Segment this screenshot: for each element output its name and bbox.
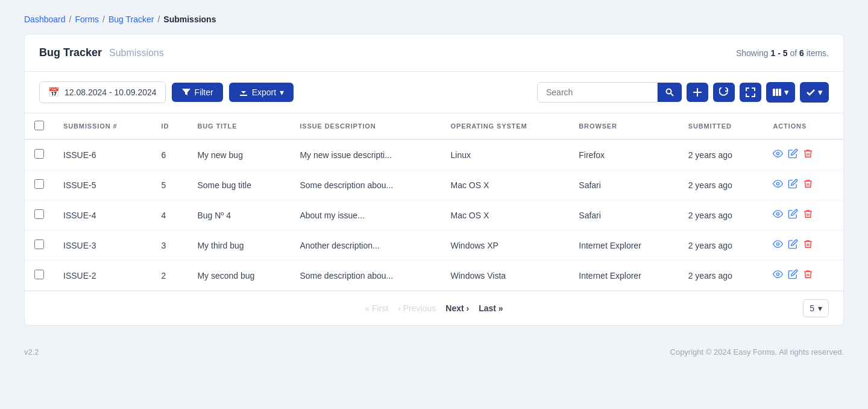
confirm-button[interactable]: ▾: [800, 82, 829, 103]
meta-range: 1 - 5: [770, 48, 787, 58]
table-row: ISSUE-6 6 My new bug My new issue descri…: [25, 139, 843, 170]
breadcrumb-current: Submissions: [163, 14, 216, 24]
pagination-next[interactable]: Next ›: [442, 301, 473, 315]
per-page-value: 5: [810, 303, 814, 313]
row-submission: ISSUE-2: [54, 261, 152, 291]
svg-point-6: [777, 182, 779, 185]
delete-button-3[interactable]: [803, 239, 813, 252]
export-button[interactable]: Export ▾: [229, 83, 294, 102]
row-bug-title: My new bug: [187, 139, 290, 170]
row-checkbox-cell: [25, 261, 54, 291]
row-os: Linux: [441, 139, 570, 170]
meta-of: of: [790, 48, 797, 58]
row-os: Mac OS X: [441, 170, 570, 200]
card-header: Bug Tracker Submissions Showing 1 - 5 of…: [25, 34, 843, 72]
view-button-0[interactable]: [773, 148, 783, 161]
table-wrapper: SUBMISSION # ID BUG TITLE ISSUE DESCRIPT…: [25, 113, 843, 291]
filter-label: Filter: [195, 87, 213, 97]
pagination-first[interactable]: « First: [361, 301, 392, 315]
row-issue-description: Another description...: [290, 230, 441, 261]
card-header-left: Bug Tracker Submissions: [39, 46, 164, 59]
row-checkbox-2[interactable]: [34, 209, 44, 219]
row-submitted: 2 years ago: [679, 170, 764, 200]
delete-button-0[interactable]: [803, 148, 813, 161]
breadcrumb-dashboard[interactable]: Dashboard: [24, 14, 66, 24]
svg-point-9: [777, 273, 779, 275]
row-submission: ISSUE-6: [54, 139, 152, 170]
refresh-icon: [719, 87, 729, 97]
row-checkbox-4[interactable]: [34, 270, 44, 279]
view-button-4[interactable]: [773, 269, 783, 282]
expand-button[interactable]: [740, 83, 761, 102]
pagination-prev[interactable]: ‹ Previous: [394, 301, 439, 315]
breadcrumb-forms[interactable]: Forms: [75, 14, 99, 24]
meta-total: 6: [799, 48, 804, 58]
submissions-table: SUBMISSION # ID BUG TITLE ISSUE DESCRIPT…: [25, 113, 843, 291]
calendar-icon: 📅: [48, 87, 60, 98]
export-icon: [239, 87, 248, 97]
row-checkbox-1[interactable]: [34, 179, 44, 189]
breadcrumb-bugtracker[interactable]: Bug Tracker: [108, 14, 154, 24]
breadcrumb-sep-2: /: [102, 14, 105, 24]
edit-button-2[interactable]: [788, 209, 798, 221]
version: v2.2: [24, 347, 39, 357]
card-subtitle: Submissions: [109, 48, 164, 59]
row-os: Mac OS X: [441, 200, 570, 230]
toolbar-left: 📅 12.08.2024 - 10.09.2024 Filter Export: [39, 81, 294, 103]
svg-rect-2: [773, 89, 775, 96]
row-actions: [763, 170, 843, 200]
edit-button-0[interactable]: [788, 148, 798, 161]
row-bug-title: My second bug: [187, 261, 290, 291]
view-button-1[interactable]: [773, 179, 783, 191]
plus-icon: [693, 87, 702, 97]
th-submission: SUBMISSION #: [54, 113, 152, 139]
pagination-links: « First ‹ Previous Next › Last »: [361, 301, 506, 315]
row-bug-title: Some bug title: [187, 170, 290, 200]
search-input[interactable]: [537, 82, 658, 103]
edit-button-1[interactable]: [788, 179, 798, 191]
per-page-chevron: ▾: [818, 303, 822, 313]
row-id: 2: [152, 261, 188, 291]
pagination-bar: « First ‹ Previous Next › Last » 5 ▾: [25, 291, 843, 325]
edit-button-4[interactable]: [788, 269, 798, 282]
table-row: ISSUE-2 2 My second bug Some description…: [25, 261, 843, 291]
columns-button[interactable]: ▾: [766, 82, 795, 103]
select-all-checkbox[interactable]: [34, 121, 44, 130]
action-buttons-4: [773, 269, 834, 282]
check-icon: [806, 87, 816, 97]
row-submitted: 2 years ago: [679, 230, 764, 261]
filter-button[interactable]: Filter: [172, 83, 223, 102]
svg-point-5: [777, 152, 779, 154]
per-page-selector[interactable]: 5 ▾: [803, 299, 829, 317]
edit-button-3[interactable]: [788, 239, 798, 252]
row-os: Windows Vista: [441, 261, 570, 291]
row-browser: Safari: [569, 200, 678, 230]
card-title: Bug Tracker: [39, 46, 102, 59]
delete-button-4[interactable]: [803, 269, 813, 282]
pagination-last[interactable]: Last »: [475, 301, 506, 315]
refresh-button[interactable]: [713, 83, 735, 102]
row-checkbox-cell: [25, 230, 54, 261]
columns-icon: [772, 87, 782, 97]
columns-chevron: ▾: [784, 87, 789, 98]
row-checkbox-cell: [25, 200, 54, 230]
row-id: 4: [152, 200, 188, 230]
row-submitted: 2 years ago: [679, 139, 764, 170]
delete-button-2[interactable]: [803, 209, 813, 221]
row-actions: [763, 139, 843, 170]
row-browser: Firefox: [569, 139, 678, 170]
row-checkbox-3[interactable]: [34, 239, 44, 249]
th-submitted: SUBMITTED: [679, 113, 764, 139]
search-button[interactable]: [658, 83, 682, 102]
add-button[interactable]: [687, 83, 708, 102]
copyright: Copyright © 2024 Easy Forms. All rights …: [670, 347, 844, 357]
view-button-3[interactable]: [773, 239, 783, 252]
toolbar-right: ▾ ▾: [537, 82, 829, 103]
row-issue-description: About my issue...: [290, 200, 441, 230]
view-button-2[interactable]: [773, 209, 783, 221]
delete-button-1[interactable]: [803, 179, 813, 191]
expand-icon: [746, 87, 755, 97]
date-range-picker[interactable]: 📅 12.08.2024 - 10.09.2024: [39, 81, 166, 103]
th-actions: ACTIONS: [763, 113, 843, 139]
row-checkbox-0[interactable]: [34, 149, 44, 159]
